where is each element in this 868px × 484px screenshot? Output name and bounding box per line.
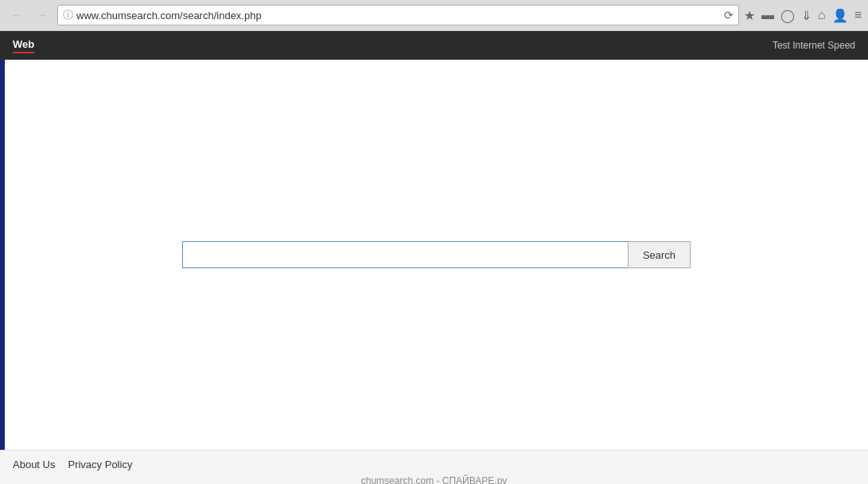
search-button[interactable]: Search [628, 241, 691, 268]
account-icon[interactable]: 👤 [832, 8, 848, 23]
site-navbar: Web Test Internet Speed [0, 31, 868, 60]
nav-speed-link[interactable]: Test Internet Speed [773, 40, 855, 51]
back-button[interactable]: ← [6, 5, 27, 25]
download-icon[interactable]: ⇓ [801, 8, 812, 23]
home-icon[interactable]: ⌂ [818, 8, 826, 22]
address-bar[interactable] [76, 10, 721, 21]
info-icon: ⓘ [63, 8, 73, 22]
forward-button[interactable]: → [32, 5, 53, 25]
browser-chrome: ← → ⓘ ⟳ ★ ▬ ◯ ⇓ ⌂ 👤 ≡ [0, 0, 868, 31]
bookmark-icon[interactable]: ★ [744, 8, 755, 23]
privacy-policy-link[interactable]: Privacy Policy [68, 459, 132, 470]
footer-bottom-text: chumsearch.com - СПАЙВАРЕ.ру [13, 474, 855, 484]
pocket-icon[interactable]: ◯ [780, 8, 795, 23]
about-us-link[interactable]: About Us [13, 459, 55, 470]
page-content: Search [0, 60, 868, 450]
browser-toolbar: ← → ⓘ ⟳ ★ ▬ ◯ ⇓ ⌂ 👤 ≡ [0, 0, 868, 30]
reader-icon[interactable]: ▬ [761, 8, 774, 22]
toolbar-icons: ★ ▬ ◯ ⇓ ⌂ 👤 ≡ [744, 8, 862, 23]
nav-web-tab[interactable]: Web [13, 38, 34, 53]
search-input[interactable] [182, 241, 628, 268]
menu-icon[interactable]: ≡ [854, 8, 862, 22]
footer-links: About Us Privacy Policy [13, 459, 132, 470]
page-footer: About Us Privacy Policy chumsearch.com -… [0, 450, 868, 484]
reload-button[interactable]: ⟳ [724, 9, 734, 21]
search-area: Search [182, 241, 691, 268]
address-bar-container: ⓘ ⟳ [57, 5, 739, 25]
